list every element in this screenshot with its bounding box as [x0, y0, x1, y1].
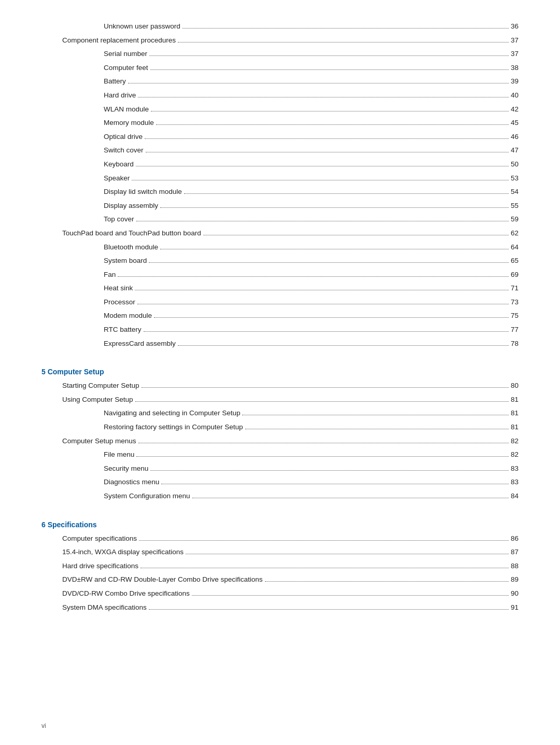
toc-entry-label: Unknown user password	[104, 21, 180, 32]
toc-entry: Modem module75	[41, 310, 519, 321]
toc-entry-label: TouchPad board and TouchPad button board	[62, 228, 201, 239]
toc-dots	[156, 124, 509, 125]
toc-page-number: 77	[511, 324, 519, 335]
toc-dots	[160, 207, 509, 208]
toc-dots	[161, 484, 509, 484]
toc-page-number: 71	[511, 283, 519, 294]
toc-dots	[137, 304, 509, 304]
toc-page-number: 83	[511, 476, 519, 488]
toc-dots	[149, 55, 509, 56]
toc-entry: Top cover59	[41, 214, 519, 225]
toc-dots	[150, 470, 509, 471]
toc-entry: Hard drive specifications88	[41, 560, 519, 572]
toc-entry-label: Diagnostics menu	[104, 476, 159, 488]
toc-entry-label: Switch cover	[104, 145, 144, 156]
toc-entry-label: System board	[104, 255, 147, 266]
toc-entry-label: Restoring factory settings in Computer S…	[104, 421, 243, 433]
toc-page-number: 46	[511, 131, 519, 143]
toc-page-number: 82	[511, 435, 519, 447]
toc-entry: Serial number37	[41, 48, 519, 60]
toc-page-number: 81	[511, 394, 519, 405]
toc-dots	[144, 331, 509, 332]
toc-page-number: 82	[511, 449, 519, 460]
toc-dots	[184, 193, 509, 194]
toc-dots	[138, 443, 509, 443]
chapter6-number: 6	[41, 521, 46, 529]
toc-dots	[149, 262, 509, 263]
toc-entry-label: Display lid switch module	[104, 186, 182, 198]
toc-entry: Display assembly55	[41, 200, 519, 212]
toc-entry: Navigating and selecting in Computer Set…	[41, 407, 519, 419]
upper-toc-section: Unknown user password36Component replace…	[41, 21, 519, 349]
toc-entry: RTC battery77	[41, 324, 519, 335]
toc-entry-label: Computer specifications	[62, 533, 137, 544]
toc-page-number: 47	[511, 145, 519, 156]
toc-entry-label: RTC battery	[104, 324, 142, 335]
toc-entry: Switch cover47	[41, 145, 519, 156]
toc-entry-label: Computer Setup menus	[62, 435, 136, 447]
toc-dots	[132, 180, 509, 180]
toc-dots	[128, 83, 509, 83]
toc-page-number: 54	[511, 186, 519, 198]
toc-dots	[154, 317, 509, 318]
toc-entry-label: System DMA specifications	[62, 602, 147, 613]
toc-entry-label: Top cover	[104, 214, 134, 225]
toc-entry-label: DVD/CD-RW Combo Drive specifications	[62, 588, 190, 599]
toc-page-number: 86	[511, 533, 519, 544]
chapter5-entries: Starting Computer Setup80Using Computer …	[41, 380, 519, 501]
toc-page-number: 69	[511, 269, 519, 280]
toc-entry: Bluetooth module64	[41, 242, 519, 253]
chapter6-entries: Computer specifications8615.4-inch, WXGA…	[41, 533, 519, 613]
toc-entry: File menu82	[41, 449, 519, 460]
toc-page-number: 37	[511, 48, 519, 60]
toc-dots	[178, 42, 509, 43]
toc-dots	[178, 345, 509, 346]
toc-entry: System Configuration menu84	[41, 490, 519, 502]
toc-entry-label: Fan	[104, 269, 116, 280]
toc-page-number: 91	[511, 602, 519, 613]
toc-page-number: 80	[511, 380, 519, 391]
toc-entry: Diagnostics menu83	[41, 476, 519, 488]
toc-entry: Optical drive46	[41, 131, 519, 143]
toc-entry: Restoring factory settings in Computer S…	[41, 421, 519, 433]
toc-dots	[242, 415, 509, 415]
toc-page-number: 59	[511, 214, 519, 225]
toc-dots	[138, 97, 509, 97]
toc-entry-label: Memory module	[104, 117, 154, 129]
toc-dots	[186, 554, 509, 554]
chapter5-number: 5	[41, 368, 46, 376]
toc-dots	[136, 221, 509, 221]
toc-dots	[135, 401, 509, 402]
page-footer-label: vi	[41, 722, 46, 729]
toc-page-number: 90	[511, 588, 519, 599]
chapter5-title: Computer Setup	[48, 368, 104, 376]
toc-entry-label: Serial number	[104, 48, 147, 60]
toc-entry: Speaker53	[41, 173, 519, 184]
toc-entry-label: Starting Computer Setup	[62, 380, 139, 391]
toc-entry: 15.4-inch, WXGA display specifications87	[41, 546, 519, 558]
toc-entry-label: Hard drive	[104, 90, 136, 101]
toc-page-number: 88	[511, 560, 519, 572]
toc-entry: Keyboard50	[41, 159, 519, 170]
toc-entry: DVD±RW and CD-RW Double-Layer Combo Driv…	[41, 574, 519, 585]
toc-page-number: 45	[511, 117, 519, 129]
toc-page-number: 81	[511, 407, 519, 419]
toc-entry: Starting Computer Setup80	[41, 380, 519, 391]
toc-entry-label: Bluetooth module	[104, 242, 158, 253]
toc-page-number: 75	[511, 310, 519, 321]
toc-entry: System DMA specifications91	[41, 602, 519, 613]
toc-entry: Security menu83	[41, 463, 519, 474]
toc-entry: DVD/CD-RW Combo Drive specifications90	[41, 588, 519, 599]
toc-dots	[265, 581, 509, 582]
toc-dots	[136, 456, 509, 457]
toc-dots	[141, 568, 509, 568]
toc-entry-label: System Configuration menu	[104, 490, 190, 502]
chapter5-heading: 5 Computer Setup	[41, 368, 519, 376]
toc-page-number: 38	[511, 62, 519, 74]
toc-entry: Fan69	[41, 269, 519, 280]
chapter6-heading: 6 Specifications	[41, 521, 519, 529]
toc-entry: Component replacement procedures37	[41, 35, 519, 46]
toc-page-number: 83	[511, 463, 519, 474]
toc-page-number: 62	[511, 228, 519, 239]
toc-entry-label: 15.4-inch, WXGA display specifications	[62, 546, 184, 558]
